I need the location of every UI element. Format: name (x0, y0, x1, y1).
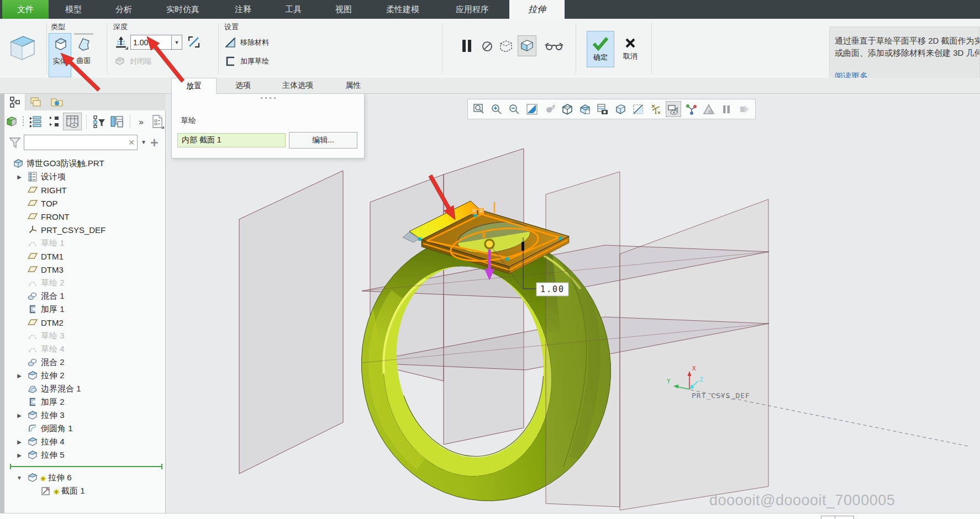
zoom-out-icon[interactable] (507, 101, 522, 117)
expand-arrow[interactable]: ▶ (17, 373, 22, 379)
tree-item-拉伸-6[interactable]: ▼拉伸 6 (4, 471, 166, 484)
tree-item-拉伸-3[interactable]: ▶拉伸 3 (4, 409, 166, 422)
annotation-display-icon[interactable] (666, 101, 681, 117)
menu-tab-2[interactable]: 实时仿真 (149, 0, 217, 19)
display-style-icon[interactable] (560, 101, 575, 117)
datum-plane-right-front[interactable] (620, 199, 768, 510)
menu-tab-3[interactable]: 注释 (217, 0, 270, 19)
flip-direction-button[interactable] (186, 34, 202, 50)
tree-item-倒圆角-1[interactable]: 倒圆角 1 (4, 422, 166, 435)
tree-item-混合-2[interactable]: 混合 2 (4, 356, 166, 369)
no-preview-icon[interactable] (480, 40, 494, 53)
insertion-locator-line[interactable] (4, 462, 166, 471)
tree-item-截面-1[interactable]: 截面 1 (4, 484, 166, 497)
expand-arrow[interactable]: ▶ (17, 452, 22, 458)
tree-item-草绘-1[interactable]: 草绘 1 (4, 236, 166, 250)
tree-item-PRT_CSYS_DEF[interactable]: PRT_CSYS_DEF (4, 223, 166, 236)
menu-tab-5[interactable]: 视图 (317, 0, 370, 19)
file-menu-button[interactable]: 文件 (2, 0, 49, 19)
tab-extrude-active[interactable]: 拉伸 (509, 0, 565, 19)
menu-tab-6[interactable]: 柔性建模 (370, 0, 435, 19)
solid-button[interactable]: 实体 (49, 33, 71, 77)
tree-item-拉伸-5[interactable]: ▶拉伸 5 (4, 448, 166, 462)
surface-button[interactable]: 曲面 (72, 33, 95, 77)
tree-item-草绘-3[interactable]: 草绘 3 (4, 329, 166, 342)
expand-arrow[interactable]: ▶ (17, 412, 22, 419)
overflow-icon[interactable]: » (135, 117, 148, 126)
ok-button[interactable]: 确定 (587, 31, 614, 67)
selection-filter-widget[interactable] (821, 516, 854, 519)
search-dropdown-caret[interactable]: ▼ (141, 139, 146, 145)
dimension-value[interactable]: 1.00 (540, 284, 565, 294)
expand-all-icon[interactable] (27, 115, 44, 128)
tree-item-DTM1[interactable]: DTM1 (4, 250, 166, 263)
saved-orientations-icon[interactable] (577, 101, 593, 117)
menu-tab-1[interactable]: 分析 (98, 0, 149, 19)
menu-tab-7[interactable]: 应用程序 (435, 0, 509, 19)
menu-tab-4[interactable]: 工具 (270, 0, 317, 19)
add-filter-icon[interactable]: + (150, 135, 159, 150)
panel-drag-handle[interactable] (172, 97, 364, 99)
zoom-in-icon[interactable] (489, 101, 504, 117)
depth-dropdown-caret[interactable]: ▼ (172, 35, 182, 50)
edit-button[interactable]: 编辑... (289, 132, 357, 149)
collapse-all-icon[interactable] (45, 115, 62, 128)
toolbar-dots-handle[interactable] (20, 115, 26, 128)
perspective-icon[interactable] (613, 101, 628, 117)
simulate-warning-icon[interactable] (701, 101, 716, 117)
show-icon[interactable] (4, 115, 19, 128)
depth-value-input[interactable] (130, 35, 172, 50)
tree-columns-icon[interactable] (63, 113, 81, 130)
section-icon[interactable] (630, 101, 646, 117)
expand-arrow[interactable]: ▶ (17, 439, 22, 445)
layer-tree-tab-icon[interactable] (25, 94, 46, 110)
remove-material-option[interactable]: 移除材料 (224, 36, 269, 49)
pause-icon[interactable] (719, 101, 734, 117)
expand-arrow[interactable]: ▶ (17, 174, 22, 180)
tree-item-加厚-1[interactable]: 加厚 1 (4, 303, 166, 316)
model-tree-tab-icon[interactable] (4, 94, 25, 110)
tree-item-RIGHT[interactable]: RIGHT (4, 183, 166, 197)
graphics-canvas[interactable]: 1.00 X Y Z PRT_CSYS_DEF 草绘 内部 截面 1 编辑...… (166, 94, 980, 513)
tab-placement[interactable]: 放置 (171, 78, 217, 94)
tree-item-混合-1[interactable]: 混合 1 (4, 289, 166, 303)
attached-preview-icon[interactable] (518, 35, 536, 56)
settings-doc-icon[interactable] (150, 114, 166, 129)
tree-item-DTM2[interactable]: DTM2 (4, 316, 166, 329)
tree-item-拉伸-2[interactable]: ▶拉伸 2 (4, 369, 166, 382)
tree-search-input[interactable]: ✕ (24, 135, 138, 150)
view-manager-icon[interactable] (595, 101, 610, 117)
tree-item-草绘-4[interactable]: 草绘 4 (4, 342, 166, 356)
tree-item-博世GO3防误触.PRT[interactable]: 博世GO3防误触.PRT (4, 157, 166, 170)
tab-body-options[interactable]: 主体选项 (268, 78, 328, 93)
tree-filter-icon[interactable] (91, 115, 108, 128)
tree-item-边界混合-1[interactable]: 边界混合 1 (4, 382, 166, 395)
column-display-icon[interactable] (109, 115, 125, 128)
tree-item-草绘-2[interactable]: 草绘 2 (4, 276, 166, 289)
tree-item-设计项[interactable]: ▶设计项 (4, 170, 166, 183)
datum-display-icon[interactable] (648, 101, 663, 117)
thicken-sketch-option[interactable]: 加厚草绘 (224, 55, 269, 67)
datum-plane-left[interactable] (239, 171, 343, 474)
depth-drag-handle[interactable] (485, 240, 494, 248)
saved-settings-tab-icon[interactable] (46, 94, 67, 110)
refit-icon[interactable] (524, 101, 540, 117)
glasses-icon[interactable] (544, 40, 565, 54)
expand-arrow-open[interactable]: ▼ (17, 475, 22, 481)
tree-item-FRONT[interactable]: FRONT (4, 210, 166, 223)
datum-plane-right-back[interactable] (546, 172, 620, 507)
tree-item-DTM3[interactable]: DTM3 (4, 263, 166, 276)
zoom-region-icon[interactable] (471, 101, 487, 117)
tab-options[interactable]: 选项 (221, 78, 265, 93)
pause-icon[interactable] (459, 36, 475, 55)
resume-icon[interactable] (736, 101, 752, 117)
tree-item-TOP[interactable]: TOP (4, 197, 166, 210)
wireframe-preview-icon[interactable] (498, 39, 514, 54)
tab-properties[interactable]: 属性 (330, 78, 376, 93)
menu-tab-0[interactable]: 模型 (49, 0, 98, 19)
tree-item-加厚-2[interactable]: 加厚 2 (4, 395, 166, 409)
spin-center-icon[interactable] (683, 101, 699, 117)
repaint-icon[interactable] (542, 101, 557, 117)
depth-option-button[interactable] (113, 34, 129, 51)
clear-search-icon[interactable]: ✕ (128, 138, 135, 147)
